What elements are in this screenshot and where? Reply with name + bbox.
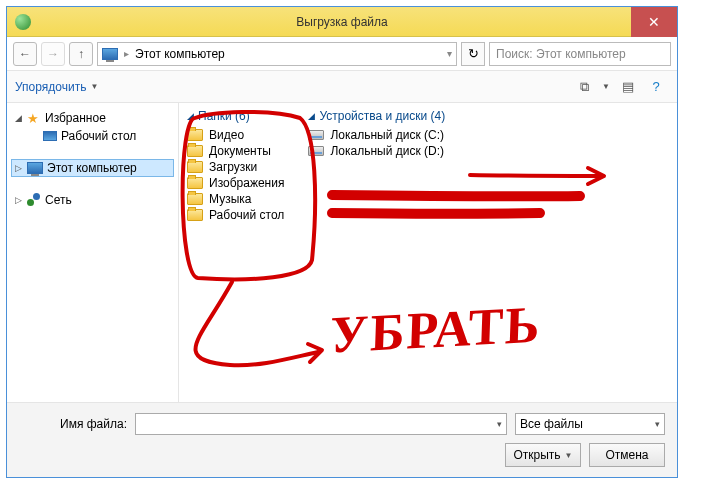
filetype-value: Все файлы bbox=[520, 417, 583, 431]
folder-label: Изображения bbox=[209, 176, 284, 190]
refresh-button[interactable]: ↻ bbox=[461, 42, 485, 66]
folder-label: Видео bbox=[209, 128, 244, 142]
search-placeholder: Поиск: Этот компьютер bbox=[496, 47, 626, 61]
drive-item[interactable]: Локальный диск (C:) bbox=[308, 127, 445, 143]
tree-label: Этот компьютер bbox=[47, 161, 137, 175]
filetype-select[interactable]: Все файлы ▾ bbox=[515, 413, 665, 435]
help-icon: ? bbox=[652, 79, 659, 94]
folder-item[interactable]: Музыка bbox=[187, 191, 284, 207]
cancel-button[interactable]: Отмена bbox=[589, 443, 665, 467]
devices-group-header[interactable]: ◢ Устройства и диски (4) bbox=[308, 107, 445, 127]
split-drop-icon[interactable]: ▼ bbox=[565, 451, 573, 460]
window-title: Выгрузка файла bbox=[296, 15, 388, 29]
view-details-button[interactable]: ▤ bbox=[615, 76, 641, 98]
close-icon: ✕ bbox=[648, 14, 660, 30]
folder-icon bbox=[187, 161, 203, 173]
folder-item[interactable]: Рабочий стол bbox=[187, 207, 284, 223]
tree-label: Сеть bbox=[45, 193, 72, 207]
computer-icon bbox=[27, 162, 43, 174]
back-icon: ← bbox=[19, 47, 31, 61]
twisty-icon[interactable]: ▷ bbox=[13, 163, 23, 173]
folder-icon bbox=[187, 193, 203, 205]
content-pane[interactable]: ◢ Папки (6) ВидеоДокументыЗагрузкиИзобра… bbox=[179, 103, 677, 423]
breadcrumb-location[interactable]: Этот компьютер bbox=[135, 47, 225, 61]
twisty-icon[interactable]: ▷ bbox=[13, 195, 23, 205]
group-header-label: Папки (6) bbox=[198, 109, 250, 123]
group-header-label: Устройства и диски (4) bbox=[319, 109, 445, 123]
close-button[interactable]: ✕ bbox=[631, 7, 677, 37]
tree-favorites[interactable]: ◢ ★ Избранное bbox=[11, 109, 174, 127]
help-button[interactable]: ? bbox=[643, 76, 669, 98]
star-icon: ★ bbox=[27, 111, 41, 125]
chevron-down-icon[interactable]: ▾ bbox=[655, 419, 660, 429]
chevron-down-icon[interactable]: ▾ bbox=[497, 419, 502, 429]
twisty-icon[interactable]: ◢ bbox=[308, 111, 315, 121]
folder-icon bbox=[187, 209, 203, 221]
filename-input[interactable]: ▾ bbox=[135, 413, 507, 435]
tiles-icon: ⧉ bbox=[580, 79, 589, 95]
back-button[interactable]: ← bbox=[13, 42, 37, 66]
drive-label: Локальный диск (D:) bbox=[330, 144, 444, 158]
filename-label: Имя файла: bbox=[19, 417, 127, 431]
disk-icon bbox=[308, 146, 324, 156]
tree-this-pc[interactable]: ▷ Этот компьютер bbox=[11, 159, 174, 177]
network-icon bbox=[27, 193, 41, 207]
drive-label: Локальный диск (C:) bbox=[330, 128, 444, 142]
open-label: Открыть bbox=[513, 448, 560, 462]
folder-icon bbox=[187, 177, 203, 189]
tree-label: Рабочий стол bbox=[61, 129, 136, 143]
dialog-body: ◢ ★ Избранное Рабочий стол ▷ Этот компью… bbox=[7, 103, 677, 423]
address-bar[interactable]: ▸ Этот компьютер ▾ bbox=[97, 42, 457, 66]
computer-icon bbox=[102, 48, 118, 60]
address-dropdown[interactable]: ▾ bbox=[447, 48, 452, 59]
breadcrumb-separator: ▸ bbox=[124, 48, 129, 59]
twisty-icon[interactable]: ◢ bbox=[13, 113, 23, 123]
folders-column: ◢ Папки (6) ВидеоДокументыЗагрузкиИзобра… bbox=[187, 107, 284, 419]
dialog-footer: Имя файла: ▾ Все файлы ▾ Открыть ▼ Отмен… bbox=[7, 402, 677, 477]
up-icon: ↑ bbox=[78, 47, 84, 61]
folder-label: Загрузки bbox=[209, 160, 257, 174]
folder-label: Рабочий стол bbox=[209, 208, 284, 222]
twisty-icon[interactable]: ◢ bbox=[187, 111, 194, 121]
forward-button[interactable]: → bbox=[41, 42, 65, 66]
details-icon: ▤ bbox=[622, 79, 634, 94]
folder-label: Документы bbox=[209, 144, 271, 158]
open-button[interactable]: Открыть ▼ bbox=[505, 443, 581, 467]
up-button[interactable]: ↑ bbox=[69, 42, 93, 66]
view-tiles-button[interactable]: ⧉ bbox=[571, 76, 597, 98]
folder-icon bbox=[187, 129, 203, 141]
folder-item[interactable]: Изображения bbox=[187, 175, 284, 191]
folder-item[interactable]: Документы bbox=[187, 143, 284, 159]
disk-icon bbox=[308, 130, 324, 140]
file-dialog-window: Выгрузка файла ✕ ← → ↑ ▸ Этот компьютер … bbox=[6, 6, 678, 478]
organize-button[interactable]: Упорядочить ▼ bbox=[15, 80, 98, 94]
folder-item[interactable]: Загрузки bbox=[187, 159, 284, 175]
devices-column: ◢ Устройства и диски (4) Локальный диск … bbox=[308, 107, 445, 419]
chevron-down-icon: ▼ bbox=[602, 82, 610, 91]
cancel-label: Отмена bbox=[605, 448, 648, 462]
navigation-tree: ◢ ★ Избранное Рабочий стол ▷ Этот компью… bbox=[7, 103, 179, 423]
drive-item[interactable]: Локальный диск (D:) bbox=[308, 143, 445, 159]
folder-label: Музыка bbox=[209, 192, 251, 206]
search-input[interactable]: Поиск: Этот компьютер bbox=[489, 42, 671, 66]
folder-item[interactable]: Видео bbox=[187, 127, 284, 143]
forward-icon: → bbox=[47, 47, 59, 61]
annotation-text: УБРАТЬ bbox=[329, 294, 542, 364]
organize-label: Упорядочить bbox=[15, 80, 86, 94]
view-dropdown-button[interactable]: ▼ bbox=[599, 76, 613, 98]
folder-icon bbox=[187, 145, 203, 157]
chevron-down-icon: ▼ bbox=[90, 82, 98, 91]
refresh-icon: ↻ bbox=[468, 46, 479, 61]
navigation-bar: ← → ↑ ▸ Этот компьютер ▾ ↻ Поиск: Этот к… bbox=[7, 37, 677, 71]
folders-group-header[interactable]: ◢ Папки (6) bbox=[187, 107, 284, 127]
tree-label: Избранное bbox=[45, 111, 106, 125]
app-icon bbox=[15, 14, 31, 30]
titlebar[interactable]: Выгрузка файла ✕ bbox=[7, 7, 677, 37]
desktop-icon bbox=[43, 131, 57, 141]
tree-network[interactable]: ▷ Сеть bbox=[11, 191, 174, 209]
toolbar: Упорядочить ▼ ⧉ ▼ ▤ ? bbox=[7, 71, 677, 103]
tree-desktop[interactable]: Рабочий стол bbox=[27, 127, 174, 145]
